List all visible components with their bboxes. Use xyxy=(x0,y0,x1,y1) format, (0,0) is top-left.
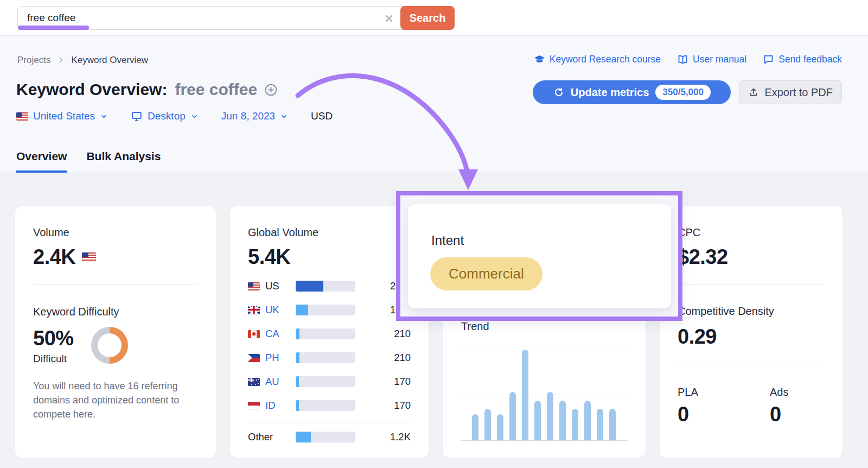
volume-bar xyxy=(296,432,355,442)
country-label: Other xyxy=(248,431,296,443)
global-volume-other-row: Other1.2K xyxy=(248,429,411,445)
trend-bar xyxy=(484,409,491,440)
device-filter[interactable]: Desktop xyxy=(131,110,199,122)
date-filter[interactable]: Jun 8, 2023 xyxy=(221,110,288,122)
update-metrics-label: Update metrics xyxy=(571,86,649,99)
keyword-difficulty-title: Keyword Difficulty xyxy=(33,306,198,318)
page-title-keyword: free coffee xyxy=(175,80,257,99)
annotation-underline xyxy=(18,26,89,30)
volume-bar-fill xyxy=(296,432,311,442)
tab-overview[interactable]: Overview xyxy=(16,150,67,173)
country-row: AU170 xyxy=(248,374,411,389)
export-icon xyxy=(748,87,759,98)
export-to-pdf-button[interactable]: Export to PDF xyxy=(739,80,842,104)
country-label[interactable]: PH xyxy=(265,352,296,364)
keyword-overview-page: free coffee Search Projects Keyword Over… xyxy=(0,0,868,468)
update-metrics-button[interactable]: Update metrics 350/5,000 xyxy=(533,80,731,104)
title-row: Keyword Overview: free coffee xyxy=(16,80,278,99)
country-volume-value[interactable]: 170 xyxy=(355,400,411,412)
keyword-difficulty-value: 50% xyxy=(33,327,74,350)
country-volume-value[interactable]: 170 xyxy=(355,376,411,388)
country-volume-value[interactable]: 210 xyxy=(355,352,411,364)
user-manual-link[interactable]: User manual xyxy=(677,54,746,65)
trend-bars xyxy=(472,350,616,440)
country-label[interactable]: CA xyxy=(265,328,296,340)
trend-title: Trend xyxy=(461,320,628,333)
volume-bar xyxy=(296,376,355,387)
keyword-difficulty-level: Difficult xyxy=(33,353,74,365)
us-flag-icon xyxy=(82,252,96,262)
breadcrumb: Projects Keyword Overview xyxy=(17,55,148,66)
country-row: CA210 xyxy=(248,326,411,341)
chevron-down-icon xyxy=(100,112,108,121)
location-filter[interactable]: United States xyxy=(16,110,108,122)
us-flag-icon xyxy=(248,282,260,290)
divider xyxy=(248,422,411,422)
chevron-down-icon xyxy=(280,112,288,121)
intent-card: Intent Commercial xyxy=(408,204,671,308)
top-search-bar: free coffee Search xyxy=(0,0,868,36)
volume-bar-fill xyxy=(296,376,299,387)
breadcrumb-projects[interactable]: Projects xyxy=(17,55,50,66)
global-volume-title: Global Volume xyxy=(248,226,411,239)
country-row: UK1.1K xyxy=(248,302,411,318)
trend-bar xyxy=(547,392,553,440)
monitor-icon xyxy=(131,110,143,122)
location-filter-label: United States xyxy=(33,110,95,122)
volume-bar xyxy=(296,281,355,292)
trend-bar xyxy=(597,409,603,440)
au-flag-icon xyxy=(248,378,260,386)
country-row: ID170 xyxy=(248,398,411,413)
country-label[interactable]: UK xyxy=(265,304,296,316)
volume-bar xyxy=(296,400,355,411)
volume-bar-fill xyxy=(296,328,299,339)
global-volume-value: 5.4K xyxy=(248,245,290,269)
plus-circle-icon[interactable] xyxy=(264,83,278,97)
help-link-label: User manual xyxy=(693,54,746,65)
competitive-density-value: 0.29 xyxy=(678,325,825,349)
volume-bar xyxy=(296,352,355,363)
id-flag-icon xyxy=(248,402,260,410)
refresh-icon xyxy=(553,87,564,98)
pla-value: 0 xyxy=(678,403,738,426)
intent-highlight-box: Intent Commercial xyxy=(396,191,682,321)
filter-bar: United States Desktop Jun 8, 2023 USD xyxy=(16,110,333,122)
trend-chart xyxy=(461,346,628,441)
competitive-density-title: Competitive Density xyxy=(678,305,825,318)
device-filter-label: Desktop xyxy=(148,110,186,122)
trend-bar xyxy=(572,409,578,440)
divider xyxy=(33,284,198,285)
volume-bar xyxy=(296,328,355,339)
page-header: Projects Keyword Overview Keyword Resear… xyxy=(0,36,868,173)
divider xyxy=(678,284,825,284)
close-icon[interactable] xyxy=(384,13,394,24)
ads-label: Ads xyxy=(770,386,788,399)
keyword-research-course-link[interactable]: Keyword Research course xyxy=(534,54,661,65)
page-title: Keyword Overview: xyxy=(16,80,167,99)
help-link-label: Send feedback xyxy=(778,54,842,65)
trend-bar xyxy=(497,414,503,440)
trend-bar xyxy=(584,401,591,440)
country-label[interactable]: AU xyxy=(265,376,296,388)
search-button[interactable]: Search xyxy=(400,6,455,30)
volume-title: Volume xyxy=(33,226,198,239)
volume-bar-fill xyxy=(296,400,299,411)
help-links: Keyword Research course User manual Send… xyxy=(534,54,842,65)
country-label[interactable]: ID xyxy=(265,400,296,412)
country-volume-value[interactable]: 210 xyxy=(355,328,411,340)
cpc-card: CPC $2.32 Competitive Density 0.29 PLA 0… xyxy=(660,206,843,458)
tab-bulk-analysis[interactable]: Bulk Analysis xyxy=(86,150,161,173)
volume-card: Volume 2.4K Keyword Difficulty 50% Diffi… xyxy=(15,206,216,458)
country-label: US xyxy=(265,280,296,292)
course-icon xyxy=(534,54,545,65)
breadcrumb-current: Keyword Overview xyxy=(71,55,148,66)
update-quota-badge: 350/5,000 xyxy=(655,85,711,100)
currency-label: USD xyxy=(311,110,333,122)
send-feedback-link[interactable]: Send feedback xyxy=(763,54,842,65)
feedback-icon xyxy=(763,54,774,65)
intent-badge: Commercial xyxy=(430,257,542,290)
export-label: Export to PDF xyxy=(764,86,833,99)
trend-bar xyxy=(559,401,566,440)
volume-bar-fill xyxy=(296,352,299,363)
divider xyxy=(678,365,825,365)
